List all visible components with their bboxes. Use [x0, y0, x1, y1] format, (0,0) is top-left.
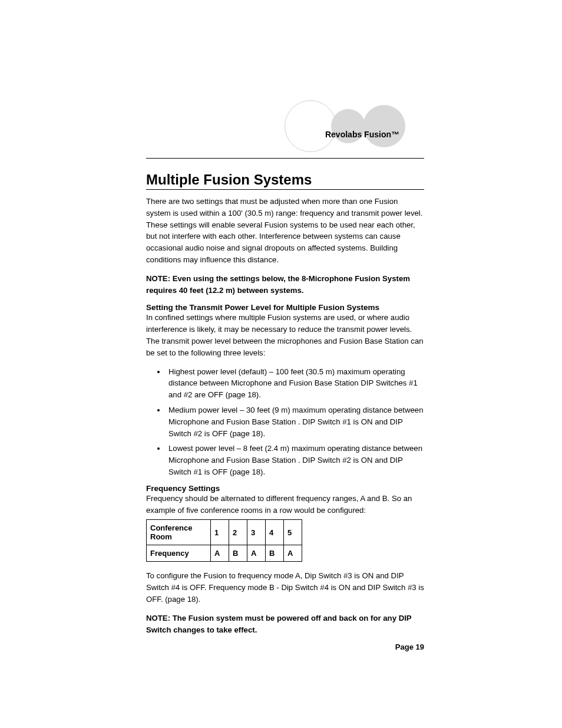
list-item: Medium power level – 30 feet (9 m) maxim…: [166, 404, 424, 439]
transmit-power-intro: In confined settings where multiple Fusi…: [146, 312, 424, 358]
table-cell: 2: [229, 520, 247, 545]
frequency-config-paragraph: To configure the Fusion to frequency mod…: [146, 570, 424, 605]
table-row: Conference Room 1 2 3 4 5: [147, 520, 302, 545]
table-header-frequency: Frequency: [147, 545, 211, 562]
page-header: Revolabs Fusion™: [146, 100, 424, 153]
table-cell: A: [284, 545, 302, 562]
table-cell: 3: [247, 520, 266, 545]
list-item: Lowest power level – 8 feet (2.4 m) maxi…: [166, 443, 424, 477]
title-rule: [146, 189, 424, 190]
document-page: Revolabs Fusion™ Multiple Fusion Systems…: [146, 100, 424, 651]
product-name: Revolabs Fusion™: [325, 130, 399, 139]
table-header-room: Conference Room: [147, 520, 211, 545]
table-cell: B: [229, 545, 247, 562]
page-title: Multiple Fusion Systems: [146, 172, 424, 188]
section-heading-frequency: Frequency Settings: [146, 484, 424, 493]
table-cell: 1: [211, 520, 229, 545]
note-label: NOTE: [146, 274, 168, 283]
note-dip-switch: NOTE: The Fusion system must be powered …: [146, 612, 424, 636]
note-8mic: NOTE: Even using the settings below, the…: [146, 273, 424, 297]
table-row: Frequency A B A B A: [147, 545, 302, 562]
logo-circles: [285, 100, 405, 152]
note-text: : Even using the settings below, the 8-M…: [146, 274, 410, 295]
decorative-circle-icon: [285, 100, 336, 152]
table-cell: A: [247, 545, 266, 562]
power-level-list: Highest power level (default) – 100 feet…: [146, 366, 424, 478]
intro-paragraph: There are two settings that must be adju…: [146, 196, 424, 266]
table-cell: B: [266, 545, 284, 562]
table-cell: A: [211, 545, 229, 562]
table-cell: 4: [266, 520, 284, 545]
decorative-circle-icon: [363, 105, 405, 147]
frequency-table: Conference Room 1 2 3 4 5 Frequency A B …: [146, 519, 302, 562]
header-rule: [146, 158, 424, 159]
page-number: Page 19: [146, 643, 424, 651]
frequency-intro: Frequency should be alternated to differ…: [146, 493, 424, 516]
list-item: Highest power level (default) – 100 feet…: [166, 366, 424, 401]
section-heading-transmit-power: Setting the Transmit Power Level for Mul…: [146, 303, 424, 312]
table-cell: 5: [284, 520, 302, 545]
